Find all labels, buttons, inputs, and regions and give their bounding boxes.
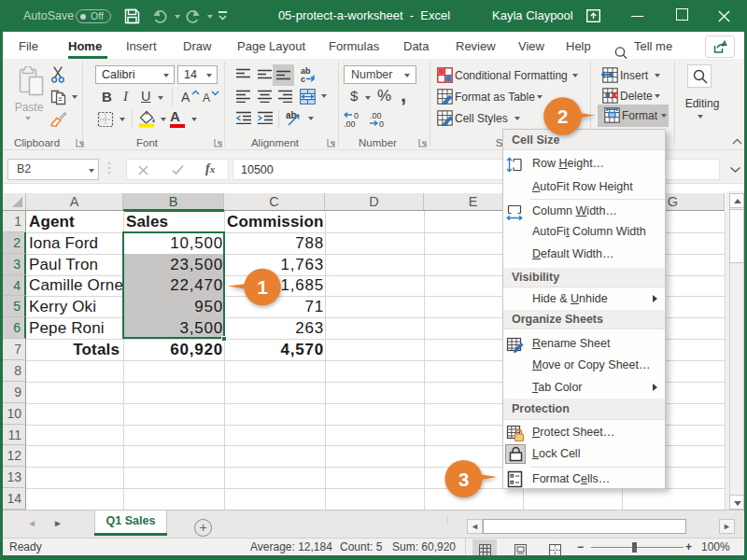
- svg-text:2: 2: [557, 105, 569, 127]
- svg-text:1: 1: [257, 276, 268, 298]
- svg-text:3: 3: [458, 469, 470, 490]
- svg-text:c: c: [301, 75, 305, 83]
- svg-text:.00: .00: [344, 119, 356, 128]
- svg-text:0: 0: [379, 119, 384, 128]
